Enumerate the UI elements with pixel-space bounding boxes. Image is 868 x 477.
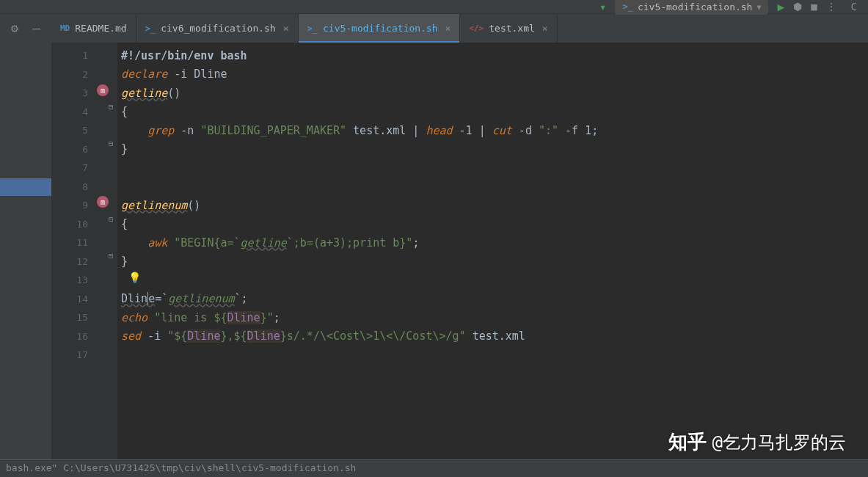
- tab-label: README.md: [75, 23, 126, 34]
- tab-test-xml[interactable]: </> test.xml ×: [460, 14, 557, 43]
- code-line: sed -i "${Dline},${Dline}s/.*/\<Cost\>1\…: [121, 327, 868, 346]
- status-text: bash.exe" C:\Users\U731425\tmp\civ\shell…: [6, 462, 356, 473]
- tab-label: civ5-modification.sh: [323, 23, 438, 34]
- project-sidebar[interactable]: [0, 43, 51, 459]
- line-number[interactable]: 13: [51, 271, 95, 290]
- tab-civ5[interactable]: >_ civ5-modification.sh ×: [299, 14, 461, 43]
- search-icon[interactable]: C: [851, 1, 857, 12]
- watermark: 知乎 @乞力马扎罗的云: [668, 429, 846, 455]
- fold-icon[interactable]: ⊟: [109, 103, 113, 111]
- line-number[interactable]: 3: [51, 84, 95, 103]
- watermark-text: @乞力马扎罗的云: [712, 431, 846, 454]
- code-line: grep -n "BUILDING_PAPER_MAKER" test.xml …: [121, 121, 868, 140]
- minimize-icon[interactable]: —: [32, 21, 40, 36]
- chevron-down-icon: ▼: [756, 3, 761, 11]
- markdown-icon: MD: [60, 23, 70, 33]
- fold-icon[interactable]: ⊟: [109, 139, 113, 148]
- line-number[interactable]: 1: [51, 46, 95, 65]
- stop-icon[interactable]: ■: [811, 1, 817, 12]
- debug-icon[interactable]: ⬢: [793, 1, 802, 12]
- lightbulb-icon[interactable]: 💡: [128, 272, 141, 283]
- fold-icon[interactable]: ⊟: [109, 215, 113, 223]
- line-number[interactable]: 16: [51, 327, 95, 346]
- code-line: echo "line is ${Dline}";: [121, 308, 868, 327]
- code-line: #!/usr/bin/env bash: [121, 46, 868, 65]
- zhihu-logo: 知乎: [668, 429, 707, 455]
- code-line: [121, 346, 868, 365]
- shell-script-icon: >_: [307, 23, 318, 34]
- code-line: {: [121, 215, 868, 234]
- code-line: getlinenum(): [121, 196, 868, 215]
- tab-readme[interactable]: MD README.md: [51, 14, 136, 43]
- method-marker-icon[interactable]: m: [97, 196, 109, 208]
- code-line: [121, 159, 868, 178]
- xml-icon: </>: [469, 23, 484, 33]
- line-number[interactable]: 5: [51, 121, 95, 140]
- status-bar: bash.exe" C:\Users\U731425\tmp\civ\shell…: [0, 459, 868, 477]
- line-number-gutter[interactable]: 1 2 3 4 5 6 7 8 9 10 11 12 13 14 15 16 1…: [51, 43, 95, 459]
- line-number[interactable]: 10: [51, 215, 95, 234]
- run-configuration-selector[interactable]: >_ civ5-modification.sh ▼: [615, 0, 768, 15]
- sidebar-selection: [0, 178, 51, 196]
- tab-bar-row: ⚙ — MD README.md >_ civ6_modification.sh…: [0, 13, 868, 43]
- more-icon[interactable]: ⋮: [826, 1, 836, 12]
- line-number[interactable]: 12: [51, 252, 95, 272]
- method-marker-icon[interactable]: m: [97, 84, 109, 96]
- line-number[interactable]: 9: [51, 196, 95, 215]
- fold-icon[interactable]: ⊟: [109, 252, 113, 260]
- code-line: }: [121, 140, 868, 159]
- close-icon[interactable]: ×: [445, 23, 451, 34]
- line-number[interactable]: 6: [51, 140, 95, 159]
- tab-civ6[interactable]: >_ civ6_modification.sh ×: [136, 14, 299, 43]
- code-line: [121, 271, 868, 290]
- close-icon[interactable]: ×: [542, 23, 548, 34]
- hammer-icon[interactable]: ▾: [599, 0, 607, 14]
- line-number[interactable]: 14: [51, 290, 95, 309]
- code-line: awk "BEGIN{a=`getline`;b=(a+3);print b}"…: [121, 233, 868, 252]
- close-icon[interactable]: ×: [283, 23, 289, 34]
- gutter-icons: m ⊟ ⊟ m ⊟ ⊟: [95, 43, 117, 459]
- code-line: }: [121, 252, 868, 272]
- line-number[interactable]: 15: [51, 308, 95, 327]
- code-editor[interactable]: #!/usr/bin/env bash declare -i Dline get…: [117, 43, 868, 459]
- tab-label: civ6_modification.sh: [161, 23, 276, 34]
- shell-script-icon: >_: [145, 23, 156, 34]
- shell-script-icon: >_: [622, 1, 632, 12]
- gear-icon[interactable]: ⚙: [11, 21, 18, 35]
- line-number[interactable]: 8: [51, 178, 95, 197]
- line-number[interactable]: 7: [51, 159, 95, 178]
- top-toolbar: ▾ >_ civ5-modification.sh ▼ ▶ ⬢ ■ ⋮ C: [0, 0, 868, 13]
- code-line: getline(): [121, 84, 868, 103]
- line-number[interactable]: 4: [51, 103, 95, 122]
- code-line: [121, 178, 868, 197]
- code-line: {: [121, 103, 868, 122]
- run-config-label: civ5-modification.sh: [638, 1, 753, 12]
- editor-tabs: MD README.md >_ civ6_modification.sh × >…: [51, 14, 868, 43]
- tab-label: test.xml: [489, 23, 535, 34]
- line-number[interactable]: 17: [51, 346, 95, 365]
- line-number[interactable]: 2: [51, 65, 95, 84]
- line-number[interactable]: 11: [51, 233, 95, 252]
- code-line: Dline=`getlinenum`;: [121, 290, 868, 309]
- run-icon[interactable]: ▶: [777, 0, 784, 14]
- main-editor-area: 1 2 3 4 5 6 7 8 9 10 11 12 13 14 15 16 1…: [0, 43, 868, 459]
- code-line: declare -i Dline: [121, 65, 868, 84]
